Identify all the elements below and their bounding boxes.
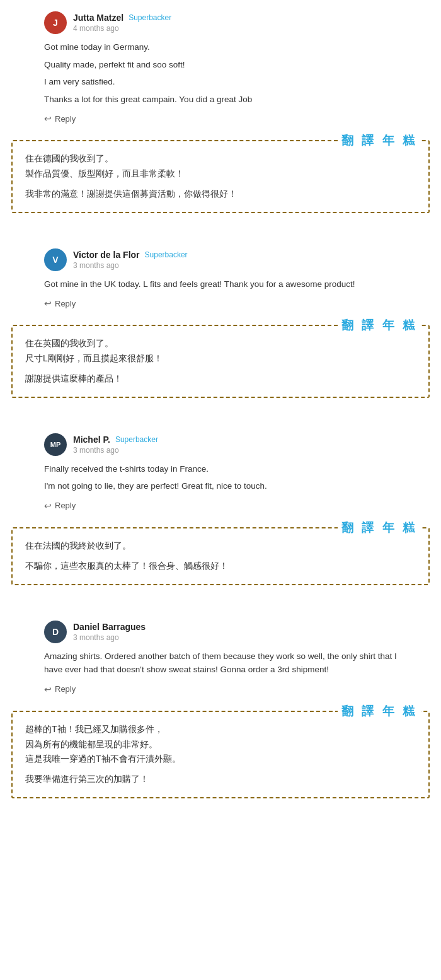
comment-header-jutta: J Jutta Matzel Superbacker 4 months ago <box>44 11 397 34</box>
reply-icon-daniel: ↩ <box>44 684 52 694</box>
avatar-jutta: J <box>44 11 67 34</box>
comment-para-michel-0: Finally received the t-shirts today in F… <box>44 462 397 476</box>
reply-button-daniel[interactable]: ↩ Reply <box>44 684 76 694</box>
time-michel: 3 months ago <box>73 446 158 455</box>
user-name-daniel: Daniel Barragues <box>73 622 146 632</box>
time-jutta: 4 months ago <box>73 24 171 33</box>
translation-para-victor-1: 謝謝提供這麼棒的產品！ <box>25 371 416 387</box>
comment-para-michel-1: I'm not going to lie, they are perfect! … <box>44 479 397 493</box>
comment-victor: V Victor de la Flor Superbacker 3 months… <box>0 237 441 320</box>
comment-body-victor: Got mine in the UK today. L fits and fee… <box>44 277 397 291</box>
translation-para-jutta-1: 我非常的滿意！謝謝提供這個募資活動，你做得很好！ <box>25 187 416 202</box>
translation-michel: 翻 譯 年 糕 住在法國的我終於收到了。 不騙你，這些衣服真的太棒了！很合身、觸… <box>9 522 432 590</box>
comment-para-jutta-2: I am very satisfied. <box>44 75 397 89</box>
reply-label-daniel: Reply <box>55 684 76 694</box>
time-victor: 3 months ago <box>73 261 188 270</box>
user-name-michel: Michel P. <box>73 435 110 445</box>
comment-body-daniel: Amazing shirts. Ordered another batch of… <box>44 650 397 677</box>
comment-body-jutta: Got mine today in Germany. Quality made,… <box>44 40 397 106</box>
comment-header-michel: MP Michel P. Superbacker 3 months ago <box>44 433 397 456</box>
user-name-jutta: Jutta Matzel <box>73 13 123 23</box>
reply-icon-victor: ↩ <box>44 298 52 308</box>
translation-box-daniel: 翻 譯 年 糕 超棒的T袖！我已經又加購很多件，因為所有的機能都呈現的非常好。這… <box>11 711 430 798</box>
user-name-row-victor: Victor de la Flor Superbacker <box>73 250 188 260</box>
user-info-jutta: Jutta Matzel Superbacker 4 months ago <box>73 13 171 33</box>
translation-tag-daniel: 翻 譯 年 糕 <box>338 703 421 720</box>
user-info-michel: Michel P. Superbacker 3 months ago <box>73 435 158 455</box>
comment-para-daniel-0: Amazing shirts. Ordered another batch of… <box>44 650 397 677</box>
user-name-row-daniel: Daniel Barragues <box>73 622 146 632</box>
translation-para-jutta-0: 住在德國的我收到了。製作品質優、版型剛好，而且非常柔軟！ <box>25 151 416 182</box>
superbacker-badge-jutta: Superbacker <box>129 13 171 22</box>
comments-container: J Jutta Matzel Superbacker 4 months ago … <box>0 0 441 822</box>
comment-header-victor: V Victor de la Flor Superbacker 3 months… <box>44 248 397 271</box>
reply-label-jutta: Reply <box>55 114 76 124</box>
comment-para-jutta-0: Got mine today in Germany. <box>44 40 397 54</box>
translation-box-victor: 翻 譯 年 糕 住在英國的我收到了。尺寸L剛剛好，而且摸起來很舒服！ 謝謝提供這… <box>11 325 430 397</box>
user-name-row-michel: Michel P. Superbacker <box>73 435 158 445</box>
translation-tag-victor: 翻 譯 年 糕 <box>338 317 421 334</box>
translation-para-daniel-1: 我要準備進行第三次的加購了！ <box>25 772 416 787</box>
reply-label-victor: Reply <box>55 299 76 308</box>
translation-box-michel: 翻 譯 年 糕 住在法國的我終於收到了。 不騙你，這些衣服真的太棒了！很合身、觸… <box>11 527 430 585</box>
comment-daniel: D Daniel Barragues 3 months ago Amazing … <box>0 609 441 706</box>
comment-body-michel: Finally received the t-shirts today in F… <box>44 462 397 493</box>
superbacker-badge-michel: Superbacker <box>115 435 158 444</box>
reply-button-michel[interactable]: ↩ Reply <box>44 501 76 511</box>
avatar-victor: V <box>44 248 67 271</box>
translation-text-jutta: 住在德國的我收到了。製作品質優、版型剛好，而且非常柔軟！ 我非常的滿意！謝謝提供… <box>25 151 416 201</box>
avatar-michel: MP <box>44 433 67 456</box>
translation-para-victor-0: 住在英國的我收到了。尺寸L剛剛好，而且摸起來很舒服！ <box>25 336 416 366</box>
translation-para-michel-0: 住在法國的我終於收到了。 <box>25 539 416 554</box>
comment-para-victor-0: Got mine in the UK today. L fits and fee… <box>44 277 397 291</box>
translation-tag-michel: 翻 譯 年 糕 <box>338 520 421 536</box>
translation-text-daniel: 超棒的T袖！我已經又加購很多件，因為所有的機能都呈現的非常好。這是我唯一穿過的T… <box>25 722 416 787</box>
user-name-victor: Victor de la Flor <box>73 250 140 260</box>
user-info-daniel: Daniel Barragues 3 months ago <box>73 622 146 642</box>
translation-para-daniel-0: 超棒的T袖！我已經又加購很多件，因為所有的機能都呈現的非常好。這是我唯一穿過的T… <box>25 722 416 767</box>
translation-jutta: 翻 譯 年 糕 住在德國的我收到了。製作品質優、版型剛好，而且非常柔軟！ 我非常… <box>9 135 432 218</box>
comment-jutta: J Jutta Matzel Superbacker 4 months ago … <box>0 0 441 135</box>
reply-label-michel: Reply <box>55 501 76 510</box>
reply-icon-jutta: ↩ <box>44 114 52 124</box>
translation-text-michel: 住在法國的我終於收到了。 不騙你，這些衣服真的太棒了！很合身、觸感很好！ <box>25 539 416 574</box>
user-name-row-jutta: Jutta Matzel Superbacker <box>73 13 171 23</box>
translation-victor: 翻 譯 年 糕 住在英國的我收到了。尺寸L剛剛好，而且摸起來很舒服！ 謝謝提供這… <box>9 320 432 402</box>
user-info-victor: Victor de la Flor Superbacker 3 months a… <box>73 250 188 270</box>
translation-text-victor: 住在英國的我收到了。尺寸L剛剛好，而且摸起來很舒服！ 謝謝提供這麼棒的產品！ <box>25 336 416 386</box>
superbacker-badge-victor: Superbacker <box>145 250 188 259</box>
translation-tag-jutta: 翻 譯 年 糕 <box>338 132 421 149</box>
comment-para-jutta-3: Thanks a lot for this great campain. You… <box>44 93 397 107</box>
time-daniel: 3 months ago <box>73 633 146 642</box>
translation-para-michel-1: 不騙你，這些衣服真的太棒了！很合身、觸感很好！ <box>25 559 416 574</box>
translation-box-jutta: 翻 譯 年 糕 住在德國的我收到了。製作品質優、版型剛好，而且非常柔軟！ 我非常… <box>11 140 430 213</box>
comment-para-jutta-1: Quality made, perfekt fit and soo soft! <box>44 58 397 72</box>
comment-header-daniel: D Daniel Barragues 3 months ago <box>44 621 397 643</box>
avatar-daniel: D <box>44 621 67 643</box>
comment-michel: MP Michel P. Superbacker 3 months ago Fi… <box>0 422 441 522</box>
reply-button-victor[interactable]: ↩ Reply <box>44 298 76 308</box>
translation-daniel: 翻 譯 年 糕 超棒的T袖！我已經又加購很多件，因為所有的機能都呈現的非常好。這… <box>9 706 432 803</box>
reply-button-jutta[interactable]: ↩ Reply <box>44 114 76 124</box>
reply-icon-michel: ↩ <box>44 501 52 511</box>
